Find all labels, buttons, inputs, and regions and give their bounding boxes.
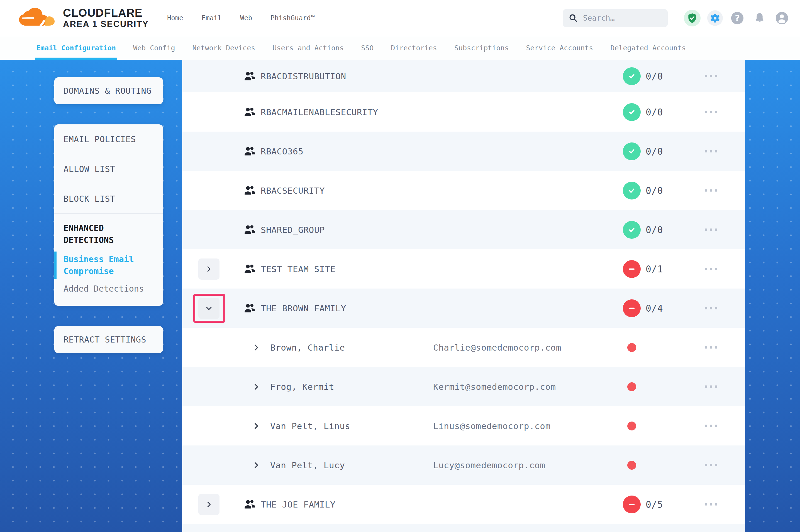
search-input[interactable] bbox=[583, 14, 662, 22]
expand-button[interactable] bbox=[198, 494, 219, 515]
tab-subscriptions[interactable]: Subscriptions bbox=[454, 36, 509, 60]
group-count: 0/4 bbox=[646, 303, 663, 314]
tab-network-devices[interactable]: Network Devices bbox=[193, 36, 255, 60]
table-row-member: Frog, KermitKermit@somedemocorp.com bbox=[182, 367, 745, 406]
tab-delegated-accounts[interactable]: Delegated Accounts bbox=[610, 36, 686, 60]
status-blocked-badge bbox=[623, 299, 641, 317]
sidebar-item-business-email-compromise[interactable]: Business Email Compromise bbox=[63, 253, 155, 277]
table-row-group: THE BROWN FAMILY0/4 bbox=[182, 288, 745, 328]
row-actions-button[interactable] bbox=[705, 303, 724, 314]
status-ok-badge bbox=[623, 103, 641, 121]
user-icon[interactable] bbox=[774, 10, 790, 26]
group-people-icon bbox=[243, 145, 256, 158]
expand-button[interactable] bbox=[198, 259, 219, 280]
group-name: THE JOE FAMILY bbox=[261, 499, 335, 510]
tab-users-and-actions[interactable]: Users and Actions bbox=[272, 36, 344, 60]
top-bar: CLOUDFLARE AREA 1 SECURITY HomeEmailWebP… bbox=[0, 0, 800, 36]
group-people-icon bbox=[243, 302, 256, 315]
tab-sso[interactable]: SSO bbox=[361, 36, 374, 60]
group-name: RBACO365 bbox=[261, 146, 303, 156]
ellipsis-dot bbox=[705, 111, 707, 113]
group-icon bbox=[243, 263, 256, 276]
ellipsis-dot bbox=[715, 228, 717, 231]
row-actions-button[interactable] bbox=[705, 499, 724, 510]
chevron-right-icon bbox=[252, 461, 261, 470]
group-name: RBACDISTRUBUTION bbox=[261, 71, 346, 81]
group-name: RBACSECURITY bbox=[261, 186, 325, 196]
nav-email[interactable]: Email bbox=[202, 14, 222, 22]
tab-directories[interactable]: Directories bbox=[391, 36, 437, 60]
row-actions-button[interactable] bbox=[705, 146, 724, 157]
help-icon[interactable]: ? bbox=[729, 10, 745, 26]
group-count: 0/0 bbox=[646, 71, 663, 81]
member-name: Frog, Kermit bbox=[270, 382, 334, 392]
group-count: 0/0 bbox=[646, 146, 663, 157]
table-row-member: Van Pelt, LinusLinus@somedemocorp.com bbox=[182, 406, 745, 445]
tab-service-accounts[interactable]: Service Accounts bbox=[526, 36, 593, 60]
check-icon bbox=[626, 224, 637, 235]
nav-home[interactable]: Home bbox=[167, 14, 183, 22]
row-actions-button[interactable] bbox=[705, 264, 724, 274]
check-icon bbox=[626, 107, 637, 118]
sidebar-item-block-list[interactable]: BLOCK LIST bbox=[54, 184, 163, 214]
group-people-icon bbox=[243, 263, 256, 276]
group-people-icon bbox=[243, 106, 256, 118]
search-box[interactable] bbox=[563, 9, 668, 27]
table-row-group: RBACSECURITY0/0 bbox=[182, 171, 745, 210]
screen: CLOUDFLARE AREA 1 SECURITY HomeEmailWebP… bbox=[0, 0, 800, 532]
tab-web-config[interactable]: Web Config bbox=[133, 36, 175, 60]
sidebar-item-added-detections[interactable]: Added Detections bbox=[63, 284, 155, 293]
group-count: 0/1 bbox=[646, 264, 663, 274]
member-name: Van Pelt, Linus bbox=[270, 421, 350, 431]
member-email: Lucy@somedemocorp.com bbox=[433, 460, 545, 470]
ellipsis-dot bbox=[715, 150, 717, 152]
status-dot bbox=[627, 461, 636, 470]
sidebar-item-allow-list[interactable]: ALLOW LIST bbox=[54, 154, 163, 184]
nav-phishguard[interactable]: PhishGuard™ bbox=[271, 14, 315, 22]
row-actions-button[interactable] bbox=[705, 460, 724, 471]
collapse-button[interactable] bbox=[198, 298, 219, 319]
ellipsis-dot bbox=[705, 189, 707, 192]
ellipsis-dot bbox=[710, 268, 712, 270]
row-actions-button[interactable] bbox=[705, 381, 724, 392]
ellipsis-dot bbox=[710, 111, 712, 113]
row-actions-button[interactable] bbox=[705, 71, 724, 82]
ellipsis-dot bbox=[705, 346, 707, 349]
group-name: THE BROWN FAMILY bbox=[261, 303, 346, 313]
row-actions-button[interactable] bbox=[705, 420, 724, 432]
sidebar-card-email-policies: EMAIL POLICIESALLOW LISTBLOCK LISTENHANC… bbox=[54, 125, 163, 306]
row-actions-button[interactable] bbox=[705, 224, 724, 235]
nav-web[interactable]: Web bbox=[240, 14, 252, 22]
minus-icon bbox=[626, 499, 637, 510]
member-expand-chevron[interactable] bbox=[252, 421, 261, 431]
row-actions-button[interactable] bbox=[705, 107, 724, 118]
member-expand-chevron[interactable] bbox=[252, 382, 261, 391]
row-actions-button[interactable] bbox=[705, 185, 724, 196]
sidebar-item-email-policies[interactable]: EMAIL POLICIES bbox=[54, 125, 163, 154]
svg-text:?: ? bbox=[735, 13, 740, 23]
tab-email-configuration[interactable]: Email Configuration bbox=[36, 36, 116, 60]
main-area: DOMAINS & ROUTING EMAIL POLICIESALLOW LI… bbox=[0, 60, 800, 532]
gear-icon[interactable] bbox=[707, 10, 723, 26]
member-expand-chevron[interactable] bbox=[252, 343, 261, 352]
shield-check-icon[interactable] bbox=[684, 10, 701, 26]
ellipsis-dot bbox=[710, 75, 712, 77]
group-count: 0/0 bbox=[646, 224, 663, 235]
group-icon bbox=[243, 302, 256, 315]
ellipsis-dot bbox=[705, 268, 707, 270]
cloudflare-logo[interactable]: CLOUDFLARE AREA 1 SECURITY bbox=[16, 5, 149, 32]
primary-nav: HomeEmailWebPhishGuard™ bbox=[167, 14, 315, 22]
member-expand-chevron[interactable] bbox=[252, 461, 261, 470]
bell-icon[interactable] bbox=[752, 10, 767, 26]
table-row-member: Van Pelt, LucyLucy@somedemocorp.com bbox=[182, 445, 745, 485]
ellipsis-dot bbox=[715, 268, 717, 270]
sidebar-item-domains-routing[interactable]: DOMAINS & ROUTING bbox=[54, 77, 163, 104]
member-email: Linus@somedemocorp.com bbox=[433, 421, 551, 431]
ellipsis-dot bbox=[705, 75, 707, 77]
member-name: Van Pelt, Lucy bbox=[270, 460, 345, 470]
status-ok-badge bbox=[623, 67, 641, 85]
row-actions-button[interactable] bbox=[705, 342, 724, 353]
sidebar-item-enhanced-detections[interactable]: ENHANCED DETECTIONS bbox=[63, 222, 155, 246]
sidebar-item-retract-settings[interactable]: RETRACT SETTINGS bbox=[54, 326, 163, 353]
member-email: Kermit@somedemocorp.com bbox=[433, 382, 556, 392]
